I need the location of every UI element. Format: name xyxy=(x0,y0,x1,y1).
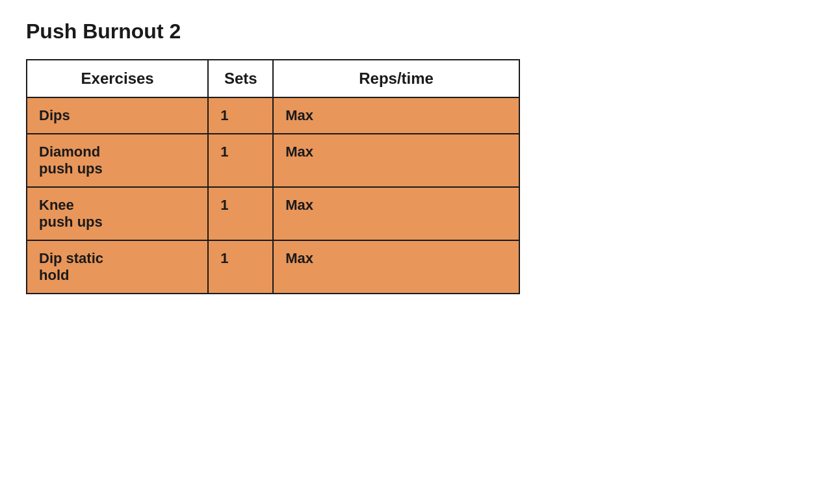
cell-exercise: Kneepush ups xyxy=(27,187,208,240)
table-row: Diamondpush ups1Max xyxy=(27,134,519,187)
header-reps: Reps/time xyxy=(273,60,519,97)
cell-reps: Max xyxy=(273,134,519,187)
cell-sets: 1 xyxy=(208,97,273,134)
cell-sets: 1 xyxy=(208,134,273,187)
header-exercises: Exercises xyxy=(27,60,208,97)
cell-reps: Max xyxy=(273,240,519,294)
page-container: Push Burnout 2 Exercises Sets Reps/time … xyxy=(26,19,806,294)
table-header-row: Exercises Sets Reps/time xyxy=(27,60,519,97)
header-sets: Sets xyxy=(208,60,273,97)
cell-reps: Max xyxy=(273,97,519,134)
cell-reps: Max xyxy=(273,187,519,240)
cell-exercise: Dip statichold xyxy=(27,240,208,294)
cell-sets: 1 xyxy=(208,187,273,240)
cell-exercise: Diamondpush ups xyxy=(27,134,208,187)
cell-exercise: Dips xyxy=(27,97,208,134)
table-row: Kneepush ups1Max xyxy=(27,187,519,240)
cell-sets: 1 xyxy=(208,240,273,294)
workout-table: Exercises Sets Reps/time Dips1MaxDiamond… xyxy=(26,59,520,294)
table-row: Dip statichold1Max xyxy=(27,240,519,294)
page-title: Push Burnout 2 xyxy=(26,19,806,44)
table-row: Dips1Max xyxy=(27,97,519,134)
